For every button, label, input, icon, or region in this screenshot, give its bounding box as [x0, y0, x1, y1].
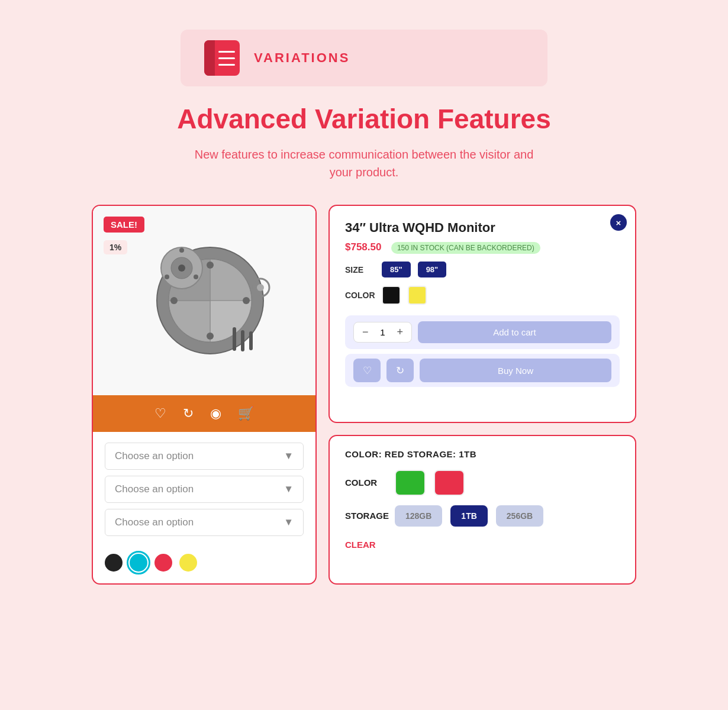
discount-badge: 1% — [104, 240, 127, 254]
svg-point-10 — [179, 248, 184, 253]
qty-plus-button[interactable]: + — [397, 326, 404, 338]
size-85-button[interactable]: 85" — [382, 262, 411, 277]
dropdown-1-label: Choose an option — [115, 450, 194, 462]
product-card: SALE! 1% — [92, 205, 317, 585]
icon-line-3 — [218, 64, 235, 66]
storage-128gb-button[interactable]: 128GB — [395, 505, 442, 527]
color-dot-black[interactable] — [105, 554, 123, 572]
monitor-price: $758.50 — [345, 241, 381, 253]
cart-action-row: ♡ ↻ Buy Now — [345, 354, 620, 387]
monitor-title: 34″ Ultra WQHD Monitor — [345, 220, 620, 235]
sale-badge: SALE! — [104, 217, 144, 233]
icon-line-2 — [218, 57, 235, 59]
page-subtitle: New features to increase communication b… — [192, 146, 536, 181]
icon-line-1 — [218, 51, 235, 53]
color-green-swatch[interactable] — [395, 470, 426, 496]
clear-link[interactable]: CLEAR — [345, 540, 376, 550]
quickview-icon[interactable]: ◉ — [210, 406, 221, 421]
monitor-card: × 34″ Ultra WQHD Monitor $758.50 150 IN … — [328, 205, 636, 423]
storage-options-row: STORAGE 128GB 1TB 256GB — [345, 505, 620, 527]
main-grid: SALE! 1% — [92, 205, 636, 585]
cart-icon[interactable]: 🛒 — [238, 406, 254, 421]
size-label: SIZE — [345, 265, 375, 275]
color-row: COLOR — [345, 286, 620, 305]
color-yellow-swatch[interactable] — [408, 286, 427, 305]
variations-icon — [204, 40, 240, 76]
dropdown-section: Choose an option ▼ Choose an option ▼ Ch… — [93, 432, 315, 550]
header-banner: VARIATIONS — [181, 30, 547, 86]
color-label: COLOR — [345, 291, 375, 300]
svg-point-12 — [165, 275, 169, 279]
color-red-swatch[interactable] — [434, 470, 465, 496]
size-row: SIZE 85" 98" — [345, 262, 620, 277]
stock-badge: 150 IN STOCK (CAN BE BACKORDERED) — [391, 242, 540, 254]
storage-header: COLOR: RED STORAGE: 1TB — [345, 449, 620, 459]
qty-value: 1 — [377, 327, 389, 337]
compare-action-button[interactable]: ↻ — [386, 359, 414, 382]
compare-icon[interactable]: ↻ — [183, 406, 194, 421]
svg-point-6 — [170, 297, 178, 304]
storage-card: COLOR: RED STORAGE: 1TB COLOR STORAGE 12… — [328, 435, 636, 585]
color-dot-cyan[interactable] — [130, 554, 147, 572]
svg-point-4 — [243, 297, 250, 304]
storage-label: STORAGE — [345, 511, 386, 521]
storage-256gb-button[interactable]: 256GB — [496, 505, 543, 527]
color-storage-label: COLOR — [345, 477, 386, 488]
add-to-cart-button[interactable]: Add to cart — [418, 321, 611, 343]
size-98-button[interactable]: 98" — [418, 262, 447, 277]
dropdown-2[interactable]: Choose an option ▼ — [105, 476, 304, 503]
dropdown-3[interactable]: Choose an option ▼ — [105, 509, 304, 536]
svg-point-17 — [257, 284, 264, 291]
dropdown-2-arrow: ▼ — [284, 483, 294, 495]
color-dot-yellow[interactable] — [179, 554, 197, 572]
banner-title: VARIATIONS — [254, 50, 350, 66]
dropdown-2-label: Choose an option — [115, 483, 194, 495]
svg-point-3 — [207, 262, 214, 269]
color-dots — [93, 550, 315, 583]
svg-rect-14 — [241, 330, 244, 351]
dropdown-3-label: Choose an option — [115, 517, 194, 528]
dropdown-1[interactable]: Choose an option ▼ — [105, 443, 304, 470]
cart-row: − 1 + Add to cart — [345, 315, 620, 349]
price-stock-row: $758.50 150 IN STOCK (CAN BE BACKORDERED… — [345, 241, 620, 253]
action-bar: ♡ ↻ ◉ 🛒 — [93, 395, 315, 432]
close-button[interactable]: × — [610, 214, 627, 231]
quantity-control: − 1 + — [353, 322, 412, 343]
svg-rect-15 — [249, 331, 253, 350]
wishlist-action-button[interactable]: ♡ — [353, 359, 381, 382]
svg-rect-13 — [233, 327, 236, 351]
page-title: Advanced Variation Features — [177, 103, 550, 135]
product-image-area: SALE! 1% — [93, 206, 315, 395]
svg-point-11 — [194, 275, 198, 279]
wishlist-icon[interactable]: ♡ — [154, 406, 166, 421]
storage-1tb-button[interactable]: 1TB — [450, 505, 487, 527]
color-dot-red[interactable] — [154, 554, 172, 572]
dropdown-3-arrow: ▼ — [284, 517, 294, 528]
svg-point-5 — [207, 333, 214, 340]
product-image — [133, 235, 275, 366]
dropdown-1-arrow: ▼ — [284, 450, 294, 462]
buy-now-button[interactable]: Buy Now — [420, 359, 611, 382]
color-black-swatch[interactable] — [382, 286, 401, 305]
color-storage-row: COLOR — [345, 470, 620, 496]
svg-point-9 — [178, 264, 185, 272]
qty-minus-button[interactable]: − — [362, 326, 369, 338]
